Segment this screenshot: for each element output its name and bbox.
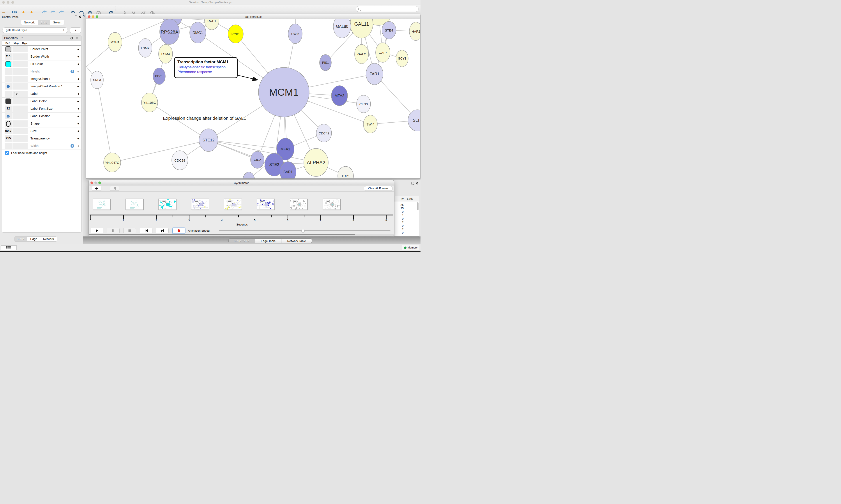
bypass-cell[interactable]	[20, 83, 28, 90]
network-node-cln3[interactable]: CLN3	[357, 95, 371, 113]
frame-thumbnail-7[interactable]	[323, 199, 340, 210]
disclosure-icon[interactable]: ◀	[77, 55, 79, 58]
default-cell[interactable]	[5, 143, 12, 149]
table-cell[interactable]: 2	[395, 217, 404, 220]
mcm1-annotation[interactable]: Transcription factor MCM1 Cell-type-spec…	[174, 57, 238, 78]
frame-thumbnail-2[interactable]	[158, 199, 176, 210]
mapping-cell[interactable]	[13, 61, 20, 67]
table-cell[interactable]: 2	[395, 221, 404, 224]
info-icon[interactable]: i	[71, 144, 74, 148]
tab-network[interactable]: Network	[40, 237, 57, 241]
table-cell[interactable]: 2	[395, 231, 404, 234]
clear-all-frames-button[interactable]: Clear All Frames	[364, 186, 393, 191]
style-options-button[interactable]: ▼	[70, 28, 81, 33]
property-row-shape[interactable]: Shape◀	[2, 120, 81, 127]
bypass-cell[interactable]	[20, 106, 28, 112]
mapping-cell[interactable]	[13, 128, 20, 134]
network-window-titlebar[interactable]: galFiltered.sif	[86, 14, 420, 19]
record-button[interactable]	[172, 228, 185, 233]
network-node-lsm2[interactable]: LSM2	[139, 38, 152, 57]
frame-thumbnail-1[interactable]	[125, 199, 143, 210]
bypass-cell[interactable]	[20, 46, 28, 52]
bypass-cell[interactable]	[20, 143, 28, 149]
table-scrollbar[interactable]	[417, 202, 418, 210]
disclosure-icon[interactable]: ◀	[77, 92, 79, 95]
network-node-mth1[interactable]: MTH1	[108, 32, 122, 52]
skip-start-button[interactable]	[140, 228, 153, 233]
disclosure-icon[interactable]: ◀	[77, 130, 79, 132]
property-row-fill-color[interactable]: Fill Color◀	[2, 60, 81, 68]
mapping-cell[interactable]	[13, 76, 20, 82]
bypass-cell[interactable]	[20, 98, 28, 105]
tab-edge[interactable]: Edge	[28, 237, 40, 241]
network-node-ste4[interactable]: STE4	[382, 21, 396, 39]
scrollbar-thumb[interactable]	[89, 234, 355, 235]
disclosure-icon[interactable]: ◀	[77, 77, 79, 80]
table-cell[interactable]: 26	[395, 203, 404, 206]
network-node-rps28a[interactable]: RPS28A	[160, 19, 179, 44]
mapping-cell[interactable]	[13, 46, 20, 52]
mapping-cell[interactable]	[13, 135, 20, 142]
frame-thumbnail-3[interactable]	[191, 199, 209, 210]
disclosure-icon[interactable]: ◀	[77, 115, 79, 118]
property-row-border-width[interactable]: 2.0Border Width◀	[2, 53, 81, 60]
network-node-cdc28[interactable]: CDC28	[172, 151, 188, 170]
mapping-cell[interactable]	[13, 68, 20, 75]
search-field[interactable]	[356, 6, 419, 12]
frame-thumbnail-4[interactable]	[224, 199, 242, 210]
tab-edge-table[interactable]: Edge Table	[255, 239, 282, 243]
expand-all-icon[interactable]	[70, 37, 73, 40]
network-node-lsm4[interactable]: LSM4	[159, 44, 173, 63]
network-node-ynl047c[interactable]: YNL047C	[104, 153, 121, 172]
disclosure-icon[interactable]: ◀	[77, 144, 79, 147]
properties-header[interactable]: Properties ▼	[2, 35, 81, 41]
timeline-hscrollbar[interactable]	[89, 234, 394, 236]
network-node-snf3[interactable]: SNF3	[91, 71, 103, 89]
lock-size-checkbox[interactable]	[5, 151, 9, 155]
annotation-link[interactable]: Cell-type-specific transcription	[177, 65, 234, 69]
tab-node-table[interactable]: Node Table	[229, 239, 255, 243]
timeline-playhead[interactable]	[189, 192, 189, 215]
disclosure-icon[interactable]: ◀	[77, 70, 79, 73]
network-node-pis1[interactable]: PIS1	[320, 55, 332, 71]
bypass-cell[interactable]	[20, 121, 28, 127]
memory-indicator[interactable]: Memory	[402, 245, 419, 250]
network-caption[interactable]: Expression change after deletion of GAL1	[152, 115, 257, 121]
skip-end-button[interactable]	[156, 228, 168, 233]
add-frame-button[interactable]	[92, 186, 102, 191]
network-node-swi4[interactable]: SWI4	[363, 115, 377, 133]
mapping-cell[interactable]	[13, 143, 20, 149]
network-node-pck1[interactable]: PCK1	[228, 25, 243, 43]
mapping-cell[interactable]	[13, 83, 20, 90]
network-node-mfa2[interactable]: MFA2	[332, 86, 347, 106]
default-cell[interactable]	[5, 91, 12, 97]
network-node-cdc42[interactable]: CDC42	[316, 124, 332, 142]
info-icon[interactable]: i	[71, 70, 74, 73]
table-cell[interactable]: 2	[395, 224, 404, 228]
disclosure-icon[interactable]: ◀	[77, 100, 79, 103]
network-node-gal7[interactable]: GAL7	[376, 43, 390, 62]
close-panel-icon[interactable]	[415, 182, 418, 185]
collapse-all-icon[interactable]	[75, 37, 78, 40]
network-node-pdc5[interactable]: PDC5	[153, 68, 165, 85]
cyanimator-titlebar[interactable]: CyAnimator	[89, 180, 394, 185]
network-node-gic2[interactable]: GIC2	[251, 151, 264, 168]
style-selector[interactable]: galFiltered Style ▼	[2, 28, 68, 33]
bypass-cell[interactable]	[20, 128, 28, 134]
property-row-label-position[interactable]: Label Position◀	[2, 112, 81, 120]
mapping-cell[interactable]	[13, 121, 20, 127]
mapping-cell[interactable]	[13, 98, 20, 105]
table-cell[interactable]: 1	[395, 214, 404, 217]
bypass-cell[interactable]	[20, 61, 28, 67]
network-node-swi5[interactable]: SWI5	[288, 24, 302, 43]
bypass-cell[interactable]	[20, 135, 28, 142]
float-panel-icon[interactable]	[412, 182, 414, 185]
search-input[interactable]	[362, 7, 417, 11]
float-panel-icon[interactable]	[75, 16, 77, 18]
property-row-label-color[interactable]: Label Color◀	[2, 98, 81, 105]
disclosure-icon[interactable]: ◀	[77, 62, 79, 66]
network-node-dmc1[interactable]: DMC1	[190, 22, 206, 43]
table-cell[interactable]: 2	[395, 228, 404, 231]
property-row-width[interactable]: Widthi◀	[2, 142, 81, 150]
property-row-image-chart-position-1[interactable]: Image/Chart Position 1◀	[2, 83, 81, 90]
